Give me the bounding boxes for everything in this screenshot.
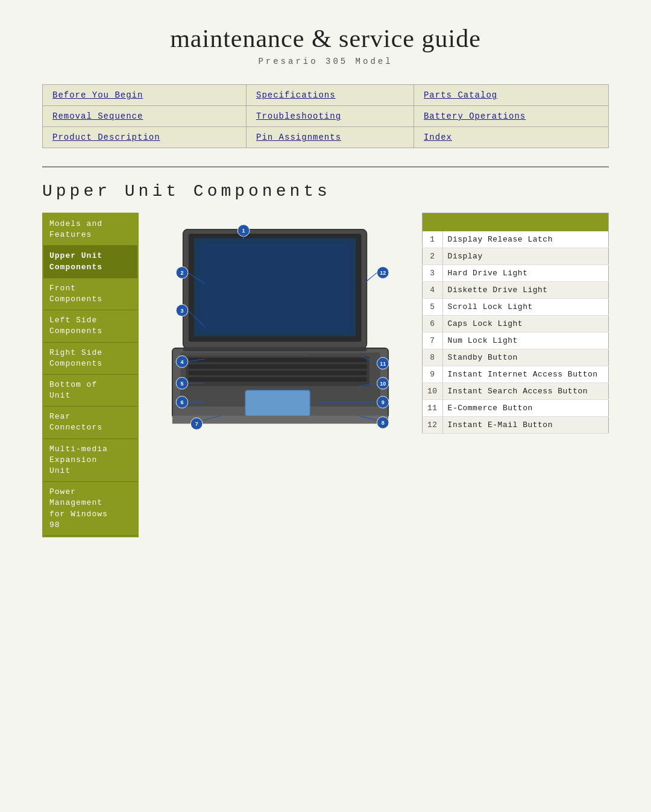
nav-specifications[interactable]: Specifications: [256, 90, 336, 100]
svg-text:10: 10: [380, 381, 386, 387]
svg-rect-11: [245, 390, 310, 416]
component-label: Diskette Drive Light: [442, 281, 608, 298]
table-row: 7 Num Lock Light: [423, 332, 609, 349]
component-label: Standby Button: [442, 349, 608, 366]
svg-text:12: 12: [380, 270, 386, 276]
main-title: maintenance & service guide: [42, 24, 609, 53]
svg-text:3: 3: [180, 308, 183, 314]
sidebar-item-bottom[interactable]: Bottom ofUnit: [43, 375, 137, 407]
component-label: Num Lock Light: [442, 332, 608, 349]
svg-rect-3: [200, 242, 351, 332]
component-label: Instant E-Mail Button: [442, 416, 608, 433]
component-number: 1: [423, 231, 443, 248]
component-number: 9: [423, 366, 443, 383]
nav-pin-assignments[interactable]: Pin Assignments: [256, 133, 341, 142]
component-number: 11: [423, 399, 443, 416]
sidebar: Models andFeatures Upper UnitComponents …: [42, 213, 139, 537]
content-area: Models andFeatures Upper UnitComponents …: [42, 213, 609, 537]
svg-rect-7: [189, 358, 367, 362]
laptop-diagram: 1 2 3 4 5 6 7: [151, 219, 410, 434]
component-number: 5: [423, 298, 443, 315]
component-number: 6: [423, 315, 443, 332]
svg-text:4: 4: [180, 359, 183, 365]
sidebar-item-multimedia[interactable]: Multi-mediaExpansionUnit: [43, 439, 137, 483]
component-label: Scroll Lock Light: [442, 298, 608, 315]
sidebar-item-upper-unit[interactable]: Upper UnitComponents: [43, 246, 137, 278]
table-row: 2 Display: [423, 248, 609, 264]
component-label: Instant Internet Access Button: [442, 366, 608, 383]
component-label: Display Release Latch: [442, 231, 608, 248]
component-table: 1 Display Release Latch 2 Display 3 Hard…: [422, 213, 609, 434]
component-number: 3: [423, 264, 443, 281]
component-label: Instant Search Access Button: [442, 383, 608, 399]
svg-rect-8: [189, 364, 367, 369]
nav-troubleshooting[interactable]: Troubleshooting: [256, 111, 341, 121]
svg-rect-9: [189, 371, 367, 375]
component-label: Hard Drive Light: [442, 264, 608, 281]
divider: [42, 166, 609, 167]
sidebar-item-front[interactable]: FrontComponents: [43, 278, 137, 310]
table-row: 12 Instant E-Mail Button: [423, 416, 609, 433]
component-table-header: [423, 213, 609, 231]
nav-before-you-begin[interactable]: Before You Begin: [52, 90, 143, 100]
sidebar-item-power[interactable]: PowerManagementfor Windows98: [43, 482, 137, 536]
table-row: 1 Display Release Latch: [423, 231, 609, 248]
component-number: 10: [423, 383, 443, 399]
svg-text:1: 1: [242, 228, 245, 234]
subtitle: Presario 305 Model: [42, 57, 609, 66]
nav-product-description[interactable]: Product Description: [52, 133, 160, 142]
component-label: Display: [442, 248, 608, 264]
component-label: E-Commerce Button: [442, 399, 608, 416]
component-number: 2: [423, 248, 443, 264]
component-number: 4: [423, 281, 443, 298]
sidebar-item-left-side[interactable]: Left SideComponents: [43, 310, 137, 342]
svg-text:11: 11: [380, 361, 386, 367]
component-number: 12: [423, 416, 443, 433]
table-row: 9 Instant Internet Access Button: [423, 366, 609, 383]
table-row: 8 Standby Button: [423, 349, 609, 366]
svg-rect-13: [183, 347, 367, 351]
svg-text:9: 9: [382, 399, 385, 405]
sidebar-item-rear[interactable]: RearConnectors: [43, 407, 137, 439]
nav-table: Before You Begin Specifications Parts Ca…: [42, 84, 609, 148]
table-row: 4 Diskette Drive Light: [423, 281, 609, 298]
svg-rect-10: [189, 377, 367, 381]
nav-removal-sequence[interactable]: Removal Sequence: [52, 111, 143, 121]
svg-text:8: 8: [382, 420, 385, 426]
svg-text:7: 7: [195, 421, 198, 427]
sidebar-item-right-side[interactable]: Right SideComponents: [43, 343, 137, 375]
nav-parts-catalog[interactable]: Parts Catalog: [424, 90, 497, 100]
table-row: 11 E-Commerce Button: [423, 399, 609, 416]
svg-text:6: 6: [180, 399, 183, 405]
table-row: 6 Caps Lock Light: [423, 315, 609, 332]
page-header: maintenance & service guide Presario 305…: [42, 24, 609, 66]
table-row: 10 Instant Search Access Button: [423, 383, 609, 399]
section-title: Upper Unit Components: [42, 182, 609, 201]
component-number: 7: [423, 332, 443, 349]
table-row: 3 Hard Drive Light: [423, 264, 609, 281]
svg-text:2: 2: [180, 270, 183, 276]
nav-battery-operations[interactable]: Battery Operations: [424, 111, 526, 121]
svg-rect-14: [307, 354, 367, 356]
component-label: Caps Lock Light: [442, 315, 608, 332]
svg-text:5: 5: [180, 381, 183, 387]
sidebar-item-models-features[interactable]: Models andFeatures: [43, 214, 137, 246]
table-row: 5 Scroll Lock Light: [423, 298, 609, 315]
component-number: 8: [423, 349, 443, 366]
laptop-diagram-area: 1 2 3 4 5 6 7: [139, 213, 422, 466]
nav-index[interactable]: Index: [424, 133, 452, 142]
